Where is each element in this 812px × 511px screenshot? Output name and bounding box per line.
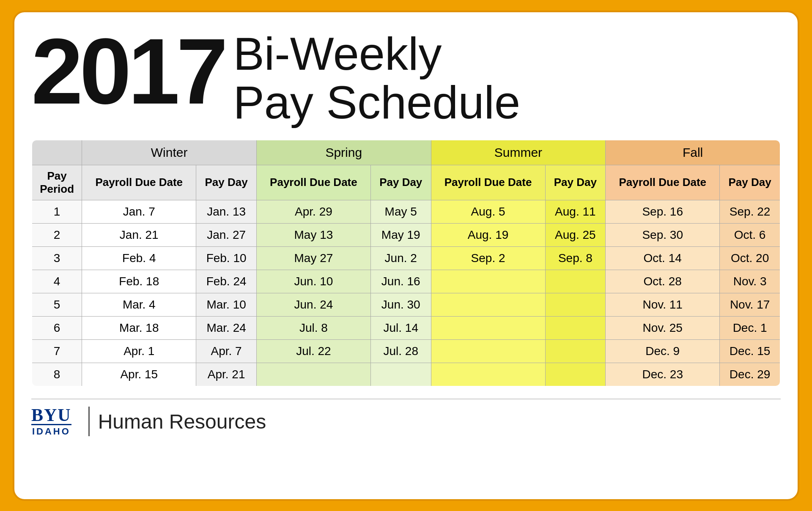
data-cell: Dec. 1 <box>720 316 780 339</box>
subtitle-line1: Bi-Weekly <box>233 27 442 79</box>
data-cell: Nov. 17 <box>720 293 780 316</box>
table-row: 4Feb. 18Feb. 24Jun. 10Jun. 16Oct. 28Nov.… <box>32 270 780 293</box>
year-text: 2017 <box>31 25 225 118</box>
data-cell: Oct. 20 <box>720 246 780 270</box>
data-cell: May 27 <box>256 246 370 270</box>
data-cell: Dec. 9 <box>606 339 720 363</box>
data-cell <box>256 363 370 386</box>
data-cell: Dec. 23 <box>606 363 720 386</box>
hdr-fall-payday: Pay Day <box>720 165 780 200</box>
data-cell: Oct. 14 <box>606 246 720 270</box>
data-cell <box>431 293 545 316</box>
data-cell: Jan. 27 <box>196 223 257 246</box>
hdr-fall-payroll: Payroll Due Date <box>606 165 720 200</box>
data-cell <box>545 363 606 386</box>
data-cell: Jan. 13 <box>196 200 257 223</box>
data-cell: Jun. 30 <box>370 293 431 316</box>
data-cell: Feb. 18 <box>82 270 196 293</box>
table-row: 2Jan. 21Jan. 27May 13May 19Aug. 19Aug. 2… <box>32 223 780 246</box>
season-summer: Summer <box>431 140 606 165</box>
data-cell: Aug. 5 <box>431 200 545 223</box>
data-cell: Jun. 24 <box>256 293 370 316</box>
pay-period-cell: 7 <box>32 339 82 363</box>
data-cell: Feb. 10 <box>196 246 257 270</box>
data-cell <box>431 316 545 339</box>
hdr-winter-payroll: Payroll Due Date <box>82 165 196 200</box>
col-header-row: PayPeriod Payroll Due Date Pay Day Payro… <box>32 165 780 200</box>
data-cell: Sep. 22 <box>720 200 780 223</box>
header: 2017 Bi-Weekly Pay Schedule <box>31 25 781 127</box>
data-cell: Jun. 10 <box>256 270 370 293</box>
data-cell <box>545 270 606 293</box>
season-empty <box>32 140 82 165</box>
data-cell: May 13 <box>256 223 370 246</box>
data-cell: Apr. 7 <box>196 339 257 363</box>
hdr-winter-payday: Pay Day <box>196 165 257 200</box>
data-cell: Dec. 15 <box>720 339 780 363</box>
data-cell: Apr. 29 <box>256 200 370 223</box>
hdr-summer-payroll: Payroll Due Date <box>431 165 545 200</box>
data-cell <box>545 339 606 363</box>
data-cell <box>431 270 545 293</box>
byu-logo: BYU IDAHO <box>31 406 71 437</box>
data-cell: Dec. 29 <box>720 363 780 386</box>
data-cell: Jul. 28 <box>370 339 431 363</box>
data-cell: Nov. 11 <box>606 293 720 316</box>
data-cell: Mar. 4 <box>82 293 196 316</box>
data-cell <box>545 293 606 316</box>
pay-period-cell: 3 <box>32 246 82 270</box>
data-cell: Jun. 2 <box>370 246 431 270</box>
table-row: 6Mar. 18Mar. 24Jul. 8Jul. 14Nov. 25Dec. … <box>32 316 780 339</box>
data-cell: Mar. 18 <box>82 316 196 339</box>
data-cell: Mar. 10 <box>196 293 257 316</box>
data-cell: Apr. 15 <box>82 363 196 386</box>
table-row: 7Apr. 1Apr. 7Jul. 22Jul. 28Dec. 9Dec. 15 <box>32 339 780 363</box>
hdr-pay-period: PayPeriod <box>32 165 82 200</box>
hdr-summer-payday: Pay Day <box>545 165 606 200</box>
data-cell: Sep. 16 <box>606 200 720 223</box>
data-cell: Aug. 19 <box>431 223 545 246</box>
data-cell <box>370 363 431 386</box>
table-row: 5Mar. 4Mar. 10Jun. 24Jun. 30Nov. 11Nov. … <box>32 293 780 316</box>
table-row: 1Jan. 7Jan. 13Apr. 29May 5Aug. 5Aug. 11S… <box>32 200 780 223</box>
data-cell <box>431 363 545 386</box>
footer-divider <box>88 407 90 436</box>
data-cell: Jul. 14 <box>370 316 431 339</box>
data-cell: Jul. 22 <box>256 339 370 363</box>
footer: BYU IDAHO Human Resources <box>31 399 781 437</box>
data-cell: Apr. 1 <box>82 339 196 363</box>
data-cell: Apr. 21 <box>196 363 257 386</box>
season-winter: Winter <box>82 140 257 165</box>
season-header-row: Winter Spring Summer Fall <box>32 140 780 165</box>
subtitle-line2: Pay Schedule <box>233 76 520 128</box>
pay-period-cell: 8 <box>32 363 82 386</box>
table-row: 3Feb. 4Feb. 10May 27Jun. 2Sep. 2Sep. 8Oc… <box>32 246 780 270</box>
data-cell: Jan. 7 <box>82 200 196 223</box>
data-cell: May 5 <box>370 200 431 223</box>
pay-period-cell: 2 <box>32 223 82 246</box>
data-cell: Sep. 2 <box>431 246 545 270</box>
hdr-spring-payday: Pay Day <box>370 165 431 200</box>
schedule-table: Winter Spring Summer Fall PayPeriod Payr… <box>31 139 781 387</box>
data-cell: Jul. 8 <box>256 316 370 339</box>
pay-period-cell: 4 <box>32 270 82 293</box>
data-cell: May 19 <box>370 223 431 246</box>
data-cell: Sep. 8 <box>545 246 606 270</box>
data-cell: Feb. 4 <box>82 246 196 270</box>
card: 2017 Bi-Weekly Pay Schedule Winter Sprin… <box>13 11 799 501</box>
data-cell: Nov. 3 <box>720 270 780 293</box>
hdr-spring-payroll: Payroll Due Date <box>256 165 370 200</box>
title-text: Bi-Weekly Pay Schedule <box>233 29 520 127</box>
byu-text: BYU <box>31 406 71 424</box>
data-cell: Jun. 16 <box>370 270 431 293</box>
season-fall: Fall <box>606 140 780 165</box>
data-cell <box>545 316 606 339</box>
data-cell: Aug. 25 <box>545 223 606 246</box>
data-cell: Mar. 24 <box>196 316 257 339</box>
pay-period-cell: 6 <box>32 316 82 339</box>
data-cell: Jan. 21 <box>82 223 196 246</box>
data-cell: Aug. 11 <box>545 200 606 223</box>
table-body: 1Jan. 7Jan. 13Apr. 29May 5Aug. 5Aug. 11S… <box>32 200 780 386</box>
pay-period-cell: 5 <box>32 293 82 316</box>
data-cell: Sep. 30 <box>606 223 720 246</box>
